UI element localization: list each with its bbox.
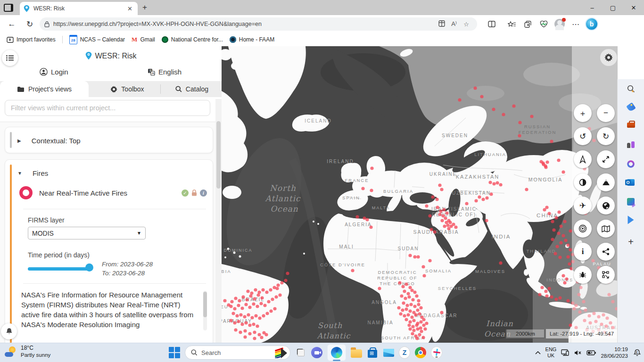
filter-views-input[interactable] bbox=[5, 100, 210, 116]
group-fires-header[interactable]: ▼ Fires bbox=[17, 160, 48, 186]
lock-icon bbox=[44, 21, 50, 27]
browser-tab[interactable]: WESR: Risk ✕ bbox=[20, 2, 138, 15]
collections-icon[interactable] bbox=[520, 17, 536, 31]
compass-button[interactable] bbox=[574, 150, 592, 168]
tray-clock[interactable]: 10:1928/06/2023 bbox=[601, 346, 628, 359]
globe-button[interactable] bbox=[597, 197, 615, 214]
layer-info-icon[interactable]: i bbox=[200, 189, 207, 197]
favorite-national-centre[interactable]: National Centre for... bbox=[162, 36, 223, 43]
sidebar-tools-icon[interactable] bbox=[618, 123, 644, 128]
sidebar-search-icon[interactable] bbox=[618, 85, 644, 93]
tray-language[interactable]: ENGUK bbox=[545, 346, 557, 359]
back-button[interactable]: ← bbox=[5, 17, 19, 31]
sidebar-scrollbar-thumb[interactable] bbox=[216, 121, 221, 189]
sidebar-games-icon[interactable] bbox=[618, 141, 644, 148]
weather-icon bbox=[5, 346, 17, 357]
tray-battery-icon[interactable] bbox=[586, 350, 596, 355]
tray-cast-icon[interactable] bbox=[561, 349, 570, 356]
share-button[interactable] bbox=[597, 243, 615, 261]
debug-button[interactable] bbox=[574, 266, 592, 284]
tab-close-icon[interactable]: ✕ bbox=[126, 5, 134, 12]
map-settings-button[interactable] bbox=[600, 49, 617, 66]
map-view[interactable]: ICELANDSWEDENRUSSIANFEDERATIONIRELANDLIT… bbox=[222, 46, 618, 343]
sidebar-shopping-icon[interactable] bbox=[618, 104, 644, 111]
sidebar-drop-icon[interactable] bbox=[618, 217, 644, 223]
chat-teams-button[interactable] bbox=[311, 347, 322, 358]
split-screen-icon[interactable] bbox=[484, 17, 500, 31]
svg-text:BULGARIA: BULGARIA bbox=[383, 189, 413, 194]
tab-toolbox[interactable]: Toolbox bbox=[97, 81, 158, 97]
favorite-star-icon[interactable]: ☆ bbox=[460, 21, 472, 28]
terrain-button[interactable] bbox=[597, 173, 615, 191]
edge-browser-button[interactable] bbox=[327, 344, 346, 361]
window-restore-button[interactable]: ▢ bbox=[603, 0, 623, 15]
tab-catalog[interactable]: Catalog bbox=[166, 81, 218, 97]
zotero-button[interactable]: Z bbox=[399, 347, 410, 358]
contrast-button[interactable] bbox=[574, 173, 592, 191]
zoom-in-button[interactable]: ＋ bbox=[574, 104, 592, 122]
notifications-bell-button[interactable] bbox=[1, 323, 17, 339]
taskbar-search[interactable]: Search bbox=[185, 346, 290, 360]
window-minimize-button[interactable]: – bbox=[582, 0, 603, 15]
microsoft-store-button[interactable] bbox=[367, 347, 378, 358]
description-scrollbar[interactable] bbox=[203, 291, 207, 330]
time-range-text: From: 2023-06-28 To: 2023-06-28 bbox=[102, 260, 153, 278]
tab-actions-button[interactable] bbox=[4, 3, 13, 12]
mail-button[interactable] bbox=[383, 347, 394, 358]
tray-chevron-icon[interactable] bbox=[535, 351, 541, 354]
settings-menu-icon[interactable]: ⋯ bbox=[568, 17, 584, 31]
read-aloud-icon[interactable]: A) bbox=[448, 20, 460, 27]
fly-to-button[interactable]: ✈ bbox=[574, 197, 592, 214]
group-contextual-top[interactable]: ▶ Contextual: Top bbox=[5, 127, 213, 153]
weather-widget[interactable]: 18°C Partly sunny bbox=[5, 345, 50, 358]
start-button[interactable] bbox=[169, 347, 180, 358]
task-view-button[interactable] bbox=[295, 347, 306, 358]
expand-arrow-icon[interactable]: ▶ bbox=[17, 138, 21, 143]
favorites-icon[interactable] bbox=[504, 17, 520, 31]
workspaces-icon[interactable] bbox=[436, 20, 448, 28]
search-icon bbox=[175, 86, 182, 92]
basemap-button[interactable] bbox=[597, 220, 615, 238]
bing-chat-icon[interactable]: b bbox=[584, 17, 600, 31]
browser-essentials-icon[interactable] bbox=[536, 17, 552, 31]
window-close-button[interactable]: ✕ bbox=[623, 0, 644, 15]
description-scrollbar-thumb[interactable] bbox=[203, 292, 207, 317]
chrome-button[interactable] bbox=[415, 347, 426, 358]
import-favorites-button[interactable]: Import favorites bbox=[7, 36, 56, 43]
tab-projects-views[interactable]: Project's views bbox=[0, 81, 89, 97]
file-explorer-button[interactable] bbox=[351, 347, 362, 358]
sidebar-designer-icon[interactable] bbox=[618, 198, 644, 206]
new-tab-button[interactable]: + bbox=[142, 3, 147, 12]
time-slider-thumb[interactable] bbox=[85, 263, 93, 272]
language-button[interactable]: 文A English bbox=[148, 68, 182, 76]
collapse-arrow-icon[interactable]: ▼ bbox=[17, 171, 22, 176]
sidebar-add-icon[interactable]: + bbox=[618, 237, 644, 247]
gmail-icon: M bbox=[132, 36, 137, 43]
favorite-home-faam[interactable]: Home - FAAM bbox=[230, 36, 274, 43]
rotate-ccw-button[interactable]: ↺ bbox=[574, 127, 592, 145]
profile-avatar[interactable] bbox=[552, 17, 568, 31]
world-map[interactable]: ICELANDSWEDENRUSSIANFEDERATIONIRELANDLIT… bbox=[222, 46, 618, 343]
zoom-out-button[interactable]: − bbox=[597, 104, 615, 122]
slack-button[interactable] bbox=[431, 347, 442, 358]
locate-button[interactable] bbox=[574, 220, 592, 238]
login-button[interactable]: Login bbox=[40, 68, 68, 76]
svg-text:z: z bbox=[636, 350, 638, 353]
sidebar-outlook-icon[interactable] bbox=[618, 179, 644, 186]
time-slider-track[interactable] bbox=[28, 267, 91, 271]
rotate-cw-button[interactable]: ↻ bbox=[597, 127, 615, 145]
favorite-ncas-calendar[interactable]: 28 NCAS – Calendar bbox=[69, 35, 125, 44]
fullscreen-button[interactable] bbox=[597, 150, 615, 168]
draw-selection-button[interactable] bbox=[597, 266, 615, 284]
favorite-gmail[interactable]: M Gmail bbox=[132, 36, 155, 43]
tray-volume-muted-icon[interactable] bbox=[574, 350, 582, 356]
refresh-button[interactable]: ↻ bbox=[23, 17, 37, 31]
chevron-down-icon: ▼ bbox=[137, 230, 141, 236]
firms-layer-select[interactable]: MODIS ▼ bbox=[28, 227, 146, 239]
sidebar-office-icon[interactable] bbox=[618, 160, 644, 168]
tray-notifications-icon[interactable]: z bbox=[633, 348, 641, 357]
info-button[interactable]: i bbox=[574, 243, 592, 261]
address-bar[interactable]: https://wesr.unepgrid.ch/?project=MX-XVK… bbox=[40, 17, 477, 31]
sidebar-scrollbar[interactable] bbox=[215, 99, 222, 343]
layer-toggle-ring[interactable] bbox=[19, 186, 33, 199]
